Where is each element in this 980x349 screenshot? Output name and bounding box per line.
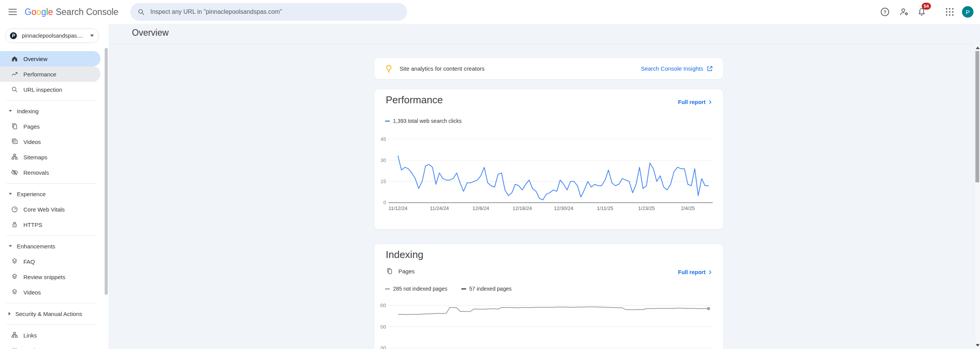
sidebar-nav: OverviewPerformanceURL inspectionIndexin… [0, 51, 109, 349]
sidebar-item-links[interactable]: Links [0, 327, 100, 343]
property-favicon: P [9, 31, 18, 40]
user-gear-icon [899, 7, 909, 17]
open-in-new-icon [706, 65, 713, 72]
y-axis-tick-label: 15 [381, 179, 386, 184]
sidebar-item-url-inspection[interactable]: URL inspection [0, 82, 100, 97]
sidebar-item-label: Sitemaps [23, 154, 48, 160]
not-indexed-legend-dash [385, 288, 390, 289]
help-button[interactable]: ? [880, 0, 890, 24]
google-apps-button[interactable] [944, 0, 955, 24]
page-scrollbar[interactable] [974, 44, 980, 349]
x-axis-tick-label: 12/30/24 [554, 205, 574, 211]
sidebar-item-settings[interactable]: Settings [0, 343, 100, 349]
gauge-icon [11, 205, 18, 213]
enhancement-icon [11, 273, 18, 281]
sidebar-item-pages[interactable]: Pages [0, 119, 100, 134]
indexing-card-title: Indexing [386, 249, 423, 261]
sidebar-item-label: Performance [23, 71, 56, 78]
clicks-legend-entry: 1,393 total web search clicks [385, 118, 462, 124]
performance-legend: 1,393 total web search clicks [385, 118, 462, 124]
chevron-right-icon [707, 99, 713, 105]
clicks-legend-dash [385, 121, 390, 122]
not-indexed-legend-entry: 285 not indexed pages [385, 286, 447, 292]
property-selector[interactable]: P pinnaclepoolsandspas.... [5, 28, 99, 43]
apps-grid-icon [946, 8, 954, 16]
sidebar-section-indexing[interactable]: Indexing [0, 103, 109, 119]
sidebar-section-enhancements[interactable]: Enhancements [0, 238, 109, 254]
sidebar-item-removals[interactable]: Removals [0, 165, 100, 180]
sidebar-item-videos[interactable]: Videos [0, 134, 100, 149]
videos-icon [11, 138, 18, 146]
sidebar-item-label: URL inspection [23, 86, 62, 93]
sidebar-divider [0, 232, 109, 238]
y-axis-tick-label: 100 [380, 345, 386, 349]
search-console-app: Google Search Console ? [0, 0, 980, 349]
sidebar-scrollbar[interactable] [105, 48, 108, 295]
indexing-full-report-link[interactable]: Full report [678, 269, 713, 275]
header-divider [109, 44, 974, 45]
caret-down-icon [9, 245, 12, 247]
help-icon: ? [881, 8, 889, 16]
sidebar-divider [0, 180, 109, 186]
page-scrollbar-thumb[interactable] [975, 51, 979, 182]
sidebar-item-performance[interactable]: Performance [0, 66, 100, 82]
user-settings-button[interactable] [899, 0, 909, 24]
hamburger-menu-icon[interactable] [8, 9, 17, 15]
sidebar-item-review-snippets[interactable]: Review snippets [0, 269, 100, 284]
sidebar-item-label: Links [23, 332, 37, 339]
sidebar-divider [0, 97, 109, 103]
sidebar-item-videos[interactable]: Videos [0, 284, 100, 300]
sidebar-item-core-web-vitals[interactable]: Core Web Vitals [0, 202, 100, 217]
app-logo: Google Search Console [25, 0, 118, 24]
x-axis-tick-label: 11/12/24 [388, 205, 408, 211]
caret-down-icon [9, 193, 12, 195]
performance-card-title: Performance [386, 94, 443, 106]
sidebar-section-label: Indexing [17, 108, 39, 114]
y-axis-tick-label: 0 [383, 200, 386, 205]
lightbulb-icon [384, 64, 393, 73]
sidebar-item-sitemaps[interactable]: Sitemaps [0, 149, 100, 165]
account-avatar[interactable]: P [962, 6, 973, 18]
sidebar-item-overview[interactable]: Overview [0, 51, 100, 66]
sidebar-section-label: Security & Manual Actions [15, 311, 82, 317]
y-axis-tick-label: 200 [380, 324, 386, 330]
search-icon [11, 86, 18, 93]
chevron-right-icon [707, 269, 713, 275]
scroll-up-arrow-icon[interactable] [976, 46, 980, 49]
sidebar-section-experience[interactable]: Experience [0, 186, 109, 202]
caret-right-icon [8, 312, 10, 316]
top-app-bar: Google Search Console ? [0, 0, 980, 24]
search-input[interactable] [150, 8, 402, 15]
sidebar-section-security-manual-actions[interactable]: Security & Manual Actions [0, 306, 109, 321]
clicks-line-series [398, 156, 709, 200]
sidebar-item-label: Overview [23, 56, 48, 62]
google-logo-text: Google [25, 7, 53, 17]
performance-full-report-link[interactable]: Full report [678, 99, 713, 105]
search-console-insights-link[interactable]: Search Console Insights [641, 65, 713, 72]
y-axis-tick-label: 30 [381, 157, 386, 163]
performance-chart[interactable]: 453015011/12/2411/24/2412/6/2412/18/2412… [380, 135, 717, 215]
enhancement-icon [11, 288, 18, 296]
performance-icon [11, 70, 18, 78]
chevron-down-icon [90, 35, 94, 37]
links-icon [11, 331, 18, 339]
url-inspection-search-bar[interactable] [130, 3, 407, 21]
scroll-down-arrow-icon[interactable] [976, 344, 980, 347]
sidebar-item-label: Core Web Vitals [23, 206, 65, 213]
indexing-chart[interactable]: 300200100 [380, 300, 717, 349]
sidebar-item-label: HTTPS [23, 222, 42, 228]
enhancement-icon [11, 258, 18, 265]
sidebar-divider [0, 300, 109, 306]
sidebar-item-label: Review snippets [23, 274, 65, 280]
insights-banner: Site analytics for content creators Sear… [374, 58, 723, 79]
sidebar-item-label: Videos [23, 289, 41, 296]
pages-subsection: Pages [386, 267, 415, 275]
sidebar-item-faq[interactable]: FAQ [0, 254, 100, 269]
sidebar-section-label: Experience [17, 191, 46, 197]
pages-icon [386, 267, 393, 275]
x-axis-tick-label: 2/4/25 [681, 205, 695, 211]
search-icon [137, 8, 145, 16]
indexed-legend-entry: 57 indexed pages [461, 286, 512, 292]
sidebar-item-https[interactable]: HTTPS [0, 217, 100, 232]
notifications-button[interactable]: 54 [916, 0, 927, 24]
